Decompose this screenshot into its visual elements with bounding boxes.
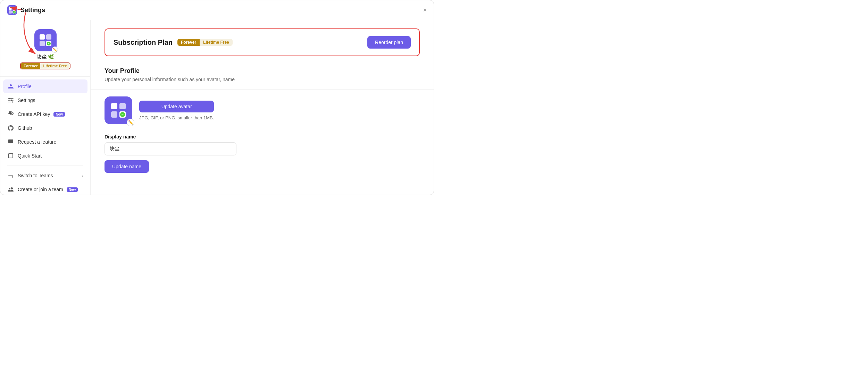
api-badge: New — [53, 112, 65, 117]
svg-rect-11 — [40, 41, 45, 46]
sidebar-settings-label: Settings — [18, 98, 35, 103]
plan-forever-label: Forever — [21, 63, 40, 69]
svg-rect-18 — [111, 103, 117, 109]
sidebar-plan-badge: Forever Lifetime Free — [20, 62, 70, 69]
svg-rect-9 — [40, 34, 45, 40]
close-button[interactable]: × — [423, 7, 427, 13]
sidebar-nav: Profile Settings — [0, 79, 90, 195]
sidebar-item-feature[interactable]: Request a feature — [3, 135, 87, 149]
sidebar-item-api-key[interactable]: Create API key New — [3, 107, 87, 121]
sidebar-quickstart-label: Quick Start — [18, 153, 42, 159]
team-badge: New — [67, 187, 78, 192]
display-name-label: Display name — [105, 134, 420, 139]
subscription-plan-badge: Forever Lifetime Free — [177, 39, 233, 46]
profile-avatar-edit-icon[interactable]: ✏️ — [127, 119, 134, 126]
switch-icon — [7, 172, 14, 179]
svg-point-15 — [11, 100, 12, 101]
sidebar-profile-label: Profile — [18, 84, 32, 89]
avatar-section: ✏️ Update avatar JPG, GIF, or PNG. small… — [105, 96, 420, 124]
subscription-plan-box: Subscription Plan Forever Lifetime Free … — [105, 28, 420, 56]
svg-rect-3 — [9, 7, 12, 10]
main-layout: ✏️ 块尘 🌿 Forever Lifetime Free — [0, 20, 434, 195]
sidebar-user-name: 块尘 🌿 — [37, 54, 54, 60]
sidebar-item-github[interactable]: Github — [3, 121, 87, 135]
avatar-edit-icon[interactable]: ✏️ — [52, 46, 58, 53]
subscription-title: Subscription Plan — [114, 39, 173, 46]
display-name-input[interactable] — [105, 142, 236, 155]
sliders-icon — [7, 97, 14, 104]
reorder-plan-button[interactable]: Reorder plan — [367, 36, 411, 49]
avatar-hint: JPG, GIF, or PNG. smaller than 1MB. — [139, 115, 214, 120]
sidebar-item-quickstart[interactable]: Quick Start — [3, 149, 87, 163]
svg-rect-4 — [12, 7, 16, 10]
svg-rect-19 — [119, 103, 126, 109]
github-icon — [7, 125, 14, 132]
sidebar-api-label: Create API key — [18, 111, 50, 117]
profile-section-desc: Update your personal information such as… — [105, 77, 420, 82]
key-icon — [7, 111, 14, 118]
nav-divider-1 — [7, 166, 83, 166]
sidebar-item-create-team[interactable]: Create or join a team New — [3, 183, 87, 195]
sidebar-avatar: ✏️ — [34, 29, 57, 51]
profile-section-title: Your Profile — [105, 67, 420, 75]
svg-rect-5 — [9, 10, 12, 14]
title-bar: Settings × — [0, 0, 434, 20]
sidebar-switch-teams-label: Switch to Teams — [18, 173, 53, 178]
section-divider — [91, 89, 434, 90]
update-avatar-button[interactable]: Update avatar — [139, 101, 214, 112]
svg-rect-20 — [111, 111, 117, 118]
user-section: ✏️ 块尘 🌿 Forever Lifetime Free — [0, 26, 90, 77]
app-logo — [7, 5, 17, 15]
svg-rect-10 — [46, 34, 51, 40]
sidebar-create-team-label: Create or join a team — [18, 187, 63, 192]
sidebar-feature-label: Request a feature — [18, 139, 56, 145]
avatar-actions: Update avatar JPG, GIF, or PNG. smaller … — [139, 101, 214, 120]
sub-lifetime-label: Lifetime Free — [200, 39, 233, 46]
svg-point-16 — [12, 102, 13, 103]
svg-rect-2 — [7, 5, 17, 15]
page-title: Settings — [20, 7, 45, 14]
team-icon — [7, 186, 14, 193]
settings-window: Settings × ✏️ — [0, 0, 434, 195]
sidebar-item-profile[interactable]: Profile — [3, 79, 87, 93]
sidebar-item-settings[interactable]: Settings — [3, 93, 87, 107]
chevron-right-icon: › — [82, 173, 83, 178]
svg-point-14 — [9, 98, 10, 99]
update-name-button[interactable]: Update name — [105, 160, 149, 173]
book-icon — [7, 152, 14, 159]
sidebar-item-switch-teams[interactable]: Switch to Teams › — [3, 169, 87, 183]
profile-avatar: ✏️ — [105, 96, 132, 124]
chat-icon — [7, 138, 14, 145]
main-content: Subscription Plan Forever Lifetime Free … — [91, 20, 434, 195]
sub-forever-label: Forever — [177, 39, 200, 46]
person-icon — [7, 83, 14, 90]
sidebar: ✏️ 块尘 🌿 Forever Lifetime Free — [0, 20, 91, 195]
subscription-left: Subscription Plan Forever Lifetime Free — [114, 39, 233, 46]
plan-lifetime-label: Lifetime Free — [40, 63, 69, 69]
sidebar-github-label: Github — [18, 125, 32, 131]
